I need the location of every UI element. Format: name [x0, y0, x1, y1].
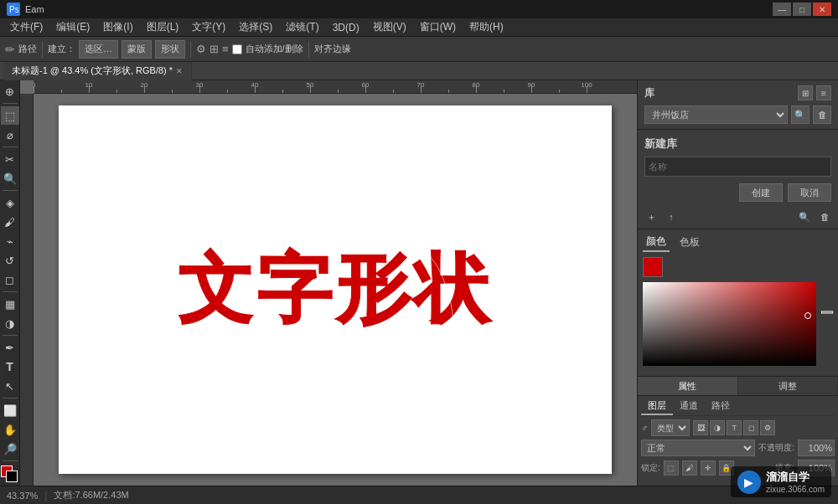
filter-pixel[interactable]: 🖼: [693, 420, 708, 435]
swatches-tab[interactable]: 色板: [676, 234, 703, 251]
brush-tool[interactable]: 🖌: [1, 213, 19, 231]
library-grid-view[interactable]: ⊞: [798, 85, 813, 100]
menu-help[interactable]: 帮助(H): [463, 18, 510, 36]
filter-smart[interactable]: ⚙: [760, 420, 775, 435]
eraser-tool[interactable]: ◻: [1, 270, 19, 289]
hand-tool[interactable]: ✋: [1, 420, 19, 439]
watermark-logo: ▶: [737, 471, 761, 494]
color-tab[interactable]: 颜色: [643, 233, 670, 252]
layer-kind-select[interactable]: 类型: [651, 419, 690, 436]
move-tool[interactable]: ⊕: [1, 82, 19, 100]
layers-tab-paths[interactable]: 路径: [705, 398, 737, 415]
window-controls: — □ ✕: [773, 3, 831, 16]
color-panel-header: 颜色 色板: [643, 233, 833, 252]
color-position-indicator: [804, 312, 811, 319]
sep2: [190, 41, 191, 58]
eyedropper-tool[interactable]: 🔍: [1, 169, 19, 188]
menu-view[interactable]: 视图(V): [366, 18, 413, 36]
mask-button[interactable]: 蒙版: [122, 40, 152, 59]
pen-tool[interactable]: ✒: [1, 338, 19, 357]
clone-tool[interactable]: ⌁: [1, 232, 19, 250]
path-selection-tool[interactable]: ↖: [1, 377, 19, 395]
filter-type[interactable]: T: [727, 420, 742, 435]
layers-tab-channels[interactable]: 通道: [673, 398, 705, 415]
tool-sep7: [3, 460, 18, 461]
crop-tool[interactable]: ✂: [1, 150, 19, 168]
svg-rect-6: [243, 405, 248, 410]
dodge-tool[interactable]: ◑: [1, 314, 19, 332]
lasso-tool[interactable]: ⌀: [1, 126, 19, 144]
properties-tab[interactable]: 属性: [638, 377, 738, 395]
selection-tool[interactable]: ⬚: [1, 106, 19, 125]
tab-main[interactable]: 未标题-1 @ 43.4% (文字形状, RGB/8) * ✕: [3, 62, 192, 80]
svg-rect-5: [208, 388, 213, 393]
cancel-library-button[interactable]: 取消: [788, 183, 831, 202]
align-icon: ⊞: [210, 43, 219, 55]
history-tool[interactable]: ↺: [1, 251, 19, 270]
watermark-text: 溜溜自学 zixue.3066.com: [766, 470, 825, 494]
auto-add-label: 自动添加/删除: [246, 43, 303, 55]
hue-bar-wrapper: [821, 282, 833, 369]
more-btn[interactable]: 🗑: [816, 208, 833, 225]
filter-shape[interactable]: ◻: [743, 420, 758, 435]
canvas-area: 0102030405060708090100 文字形状: [20, 80, 637, 486]
color-swatch-row: [643, 257, 833, 277]
layers-tab-layers[interactable]: 图层: [641, 398, 673, 415]
library-panel-tools: ⊞ ≡: [798, 85, 831, 100]
library-trash-btn[interactable]: 🗑: [813, 105, 831, 124]
minimize-button[interactable]: —: [773, 3, 791, 16]
status-bar: 43.37% | 文档:7.66M/2.43M: [0, 486, 838, 504]
lock-pixels[interactable]: 🖌: [682, 460, 697, 476]
library-search-btn[interactable]: 🔍: [791, 105, 810, 124]
tab-close-icon[interactable]: ✕: [176, 67, 183, 75]
watermark-icon: ▶: [744, 476, 753, 489]
menu-3d[interactable]: 3D(D): [326, 20, 366, 35]
library-list-view[interactable]: ≡: [816, 85, 831, 100]
new-library-title: 新建库: [644, 136, 831, 152]
gradient-tool[interactable]: ▦: [1, 295, 19, 313]
menu-filter[interactable]: 滤镜(T): [279, 18, 325, 36]
color-gradient-picker[interactable]: [643, 282, 816, 366]
search-btn[interactable]: 🔍: [796, 208, 813, 225]
left-toolbar: ⊕ ⬚ ⌀ ✂ 🔍 ◈ 🖌 ⌁ ↺ ◻ ▦ ◑ ✒ T ↖ ⬜ ✋ 🔎: [0, 80, 20, 486]
auto-add-delete-checkbox[interactable]: [232, 44, 242, 54]
menu-layer[interactable]: 图层(L): [140, 18, 186, 36]
watermark-name: 溜溜自学: [766, 470, 825, 485]
shape-button[interactable]: 形状: [155, 40, 185, 59]
menu-edit[interactable]: 编辑(E): [49, 18, 96, 36]
canvas-wrapper[interactable]: 文字形状: [34, 94, 637, 486]
create-library-button[interactable]: 创建: [739, 183, 783, 202]
new-library-input[interactable]: [644, 157, 831, 177]
svg-line-11: [285, 414, 318, 428]
app-icon: Ps: [7, 3, 20, 16]
tab-title: 未标题-1 @ 43.4% (文字形状, RGB/8) *: [12, 64, 173, 77]
shape-tool[interactable]: ⬜: [1, 401, 19, 419]
add-item-btn[interactable]: ＋: [643, 208, 660, 225]
background-color[interactable]: [6, 471, 18, 482]
menu-file[interactable]: 文件(F): [3, 18, 49, 36]
menu-image[interactable]: 图像(I): [96, 18, 139, 36]
library-dropdown[interactable]: 并州饭店: [644, 105, 788, 124]
path-label: 路径: [18, 43, 37, 55]
kind-filter-icon: ♂: [641, 423, 648, 433]
adjustments-tab[interactable]: 调整: [738, 377, 839, 395]
color-swatch[interactable]: [643, 257, 663, 277]
zoom-tool[interactable]: 🔎: [1, 440, 19, 458]
maximize-button[interactable]: □: [793, 3, 811, 16]
tool-icon: ✏: [5, 43, 15, 56]
filter-adjust[interactable]: ◑: [710, 420, 725, 435]
healing-brush-tool[interactable]: ◈: [1, 193, 19, 212]
menu-window[interactable]: 窗口(W): [413, 18, 463, 36]
menu-select[interactable]: 选择(S): [232, 18, 279, 36]
menu-type[interactable]: 文字(Y): [185, 18, 232, 36]
selection-button[interactable]: 选区…: [79, 40, 118, 59]
layer-mode-select[interactable]: 正常: [641, 440, 755, 456]
close-button[interactable]: ✕: [813, 3, 831, 16]
sep3: [308, 41, 309, 58]
upload-btn[interactable]: ↑: [663, 208, 680, 225]
lock-position[interactable]: ✛: [701, 460, 716, 476]
lock-transparent[interactable]: ⬚: [664, 460, 679, 476]
type-tool[interactable]: T: [1, 357, 19, 376]
opacity-input[interactable]: [798, 440, 835, 456]
tool-sep4: [3, 291, 18, 292]
